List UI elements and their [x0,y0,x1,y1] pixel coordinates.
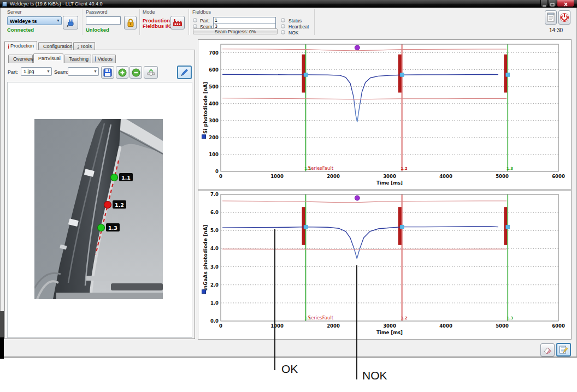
factory-icon [8,43,9,49]
password-status: Unlocked [86,27,109,33]
si-photodiode-chart: 0100200300400500600700010002000300040005… [198,40,572,191]
toolbar-separator [189,9,190,35]
log-button[interactable] [545,10,557,25]
chevron-down-icon: ▼ [56,19,60,22]
tab-configuration[interactable]: Configuration [38,42,72,50]
heartbeat-label: Heartbeat [288,24,309,29]
fieldbus-section-label: Fieldbus [192,9,211,15]
svg-text:4000: 4000 [439,323,452,329]
plus-icon [118,68,127,77]
password-input[interactable] [86,16,121,25]
ok-pointer-line [274,229,275,370]
svg-text:2000: 2000 [327,323,340,329]
nok-annotation: NOK [362,369,387,382]
part-led-indicator [193,18,197,22]
heartbeat-led-indicator [281,24,285,28]
svg-text:Si photodiode [nA]: Si photodiode [nA] [203,82,208,134]
app-icon [2,2,7,7]
svg-text:7.0: 7.0 [210,192,219,197]
svg-text:200: 200 [209,135,219,140]
part-label: Part: [8,69,18,75]
svg-text:4000: 4000 [439,174,452,179]
chart-panel-top: 0100200300400500600700010002000300040005… [198,39,572,190]
lock-icon [126,18,135,27]
svg-text:1.2: 1.2 [401,167,408,171]
close-button[interactable] [557,0,574,7]
tab-production[interactable]: Production [4,41,37,50]
svg-text:Time [ms]: Time [ms] [376,330,403,335]
svg-text:SeriesFault: SeriesFault [308,165,334,171]
svg-text:3000: 3000 [383,174,396,179]
edit-button[interactable] [177,66,192,79]
server-section-label: Server [7,9,22,15]
svg-text:1.0: 1.0 [210,300,219,306]
sync-slider-icon [146,68,156,77]
mode-button[interactable] [170,16,185,29]
mode-value: Production Fieldbus I/O [143,18,172,29]
status-led-indicator [281,18,285,22]
seam-marker-1.3[interactable]: 1.3 [98,223,120,231]
svg-text:300: 300 [209,118,219,123]
svg-text:1.1: 1.1 [121,175,131,181]
chevron-down-icon: ▼ [93,69,97,73]
maximize-button[interactable] [549,0,556,7]
seam-led-indicator [193,24,197,28]
svg-text:1000: 1000 [270,323,284,329]
svg-text:6000: 6000 [552,323,565,329]
svg-text:0: 0 [219,323,222,329]
mode-section-label: Mode [143,9,155,15]
svg-text:InGaAs photodiode [nA]: InGaAs photodiode [nA] [203,224,208,290]
film-icon [95,56,96,62]
minimize-button[interactable] [540,0,548,7]
svg-text:600: 600 [209,67,219,73]
save-button[interactable] [101,66,114,79]
minus-icon [132,68,140,77]
power-icon [560,13,569,22]
nok-led-indicator [281,30,285,34]
tab-tools[interactable]: Tools [73,42,95,50]
svg-text:5.0: 5.0 [210,228,219,233]
server-status: Connected [7,27,34,33]
maximize-icon [551,3,554,6]
part-select[interactable]: 1.jpg ▼ [21,67,52,76]
server-select[interactable]: Weldeye ts ▼ [7,16,62,25]
part-photo: 1.11.21.3 [34,119,163,299]
svg-text:1.2: 1.2 [115,202,124,208]
title-bar: Weldeye ts (19.6 KiB/s) - LLT Client 40.… [0,0,577,8]
chart-panel-bottom: 0.01.02.03.04.05.06.07.00100020003000400… [198,190,572,340]
factory-icon [173,18,182,27]
fieldbus-part-label: Part: [200,18,210,23]
seam-marker-1.1[interactable]: 1.1 [111,173,133,181]
plug-icon [66,18,75,28]
svg-text:500: 500 [209,84,219,90]
sync-button[interactable] [144,66,158,79]
add-button[interactable] [116,66,128,79]
notepad-pencil-icon [559,345,568,354]
svg-text:1000: 1000 [270,174,284,179]
eraser-icon [543,346,552,354]
svg-text:4.0: 4.0 [210,246,219,251]
lock-button[interactable] [124,16,137,29]
stop-button[interactable] [558,10,570,25]
ingaas-photodiode-chart: 0.01.02.03.04.05.06.07.00100020003000400… [198,191,572,340]
seam-select[interactable]: ▼ [68,67,99,76]
background-window-edge [0,311,4,337]
remove-button[interactable] [129,66,142,79]
notes-button[interactable] [556,343,571,357]
tab-overview[interactable]: Overview [8,55,33,63]
svg-text:100: 100 [209,152,219,157]
svg-text:1.3: 1.3 [507,167,514,171]
tab-partvisual[interactable]: PartVisual [33,54,63,63]
svg-text:Time [ms]: Time [ms] [376,180,403,186]
svg-text:6.0: 6.0 [210,210,219,215]
svg-text:400: 400 [209,101,219,106]
connect-button[interactable] [63,16,78,29]
svg-text:3000: 3000 [383,323,396,329]
tab-videos[interactable]: Videos [92,55,116,63]
chevron-down-icon: ▼ [46,69,50,73]
tab-teaching[interactable]: Teaching [64,55,91,63]
seam-marker-1.2[interactable]: 1.2 [104,200,127,209]
svg-text:0: 0 [219,174,222,179]
toolbar-separator [82,9,83,35]
clear-button[interactable] [540,343,555,357]
